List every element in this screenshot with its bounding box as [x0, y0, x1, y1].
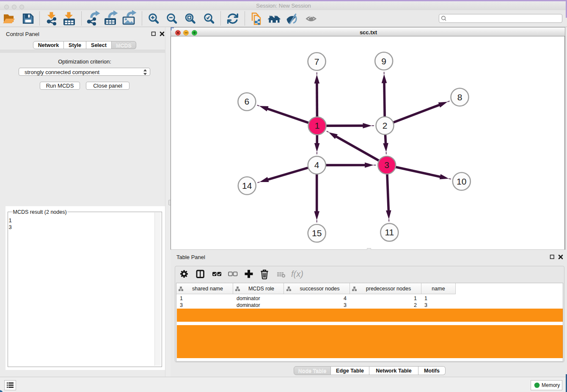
- svg-text:8: 8: [457, 92, 462, 102]
- svg-text:7: 7: [314, 57, 319, 66]
- svg-text:f(x): f(x): [291, 269, 303, 279]
- svg-text:1: 1: [315, 121, 320, 130]
- svg-text:10: 10: [457, 177, 466, 186]
- svg-text:3: 3: [384, 160, 389, 170]
- svg-text:2: 2: [383, 121, 388, 130]
- svg-text:14: 14: [242, 181, 252, 190]
- svg-text:11: 11: [385, 227, 394, 237]
- svg-text:15: 15: [312, 228, 322, 238]
- svg-text:9: 9: [381, 56, 386, 66]
- svg-text:4: 4: [314, 160, 319, 170]
- svg-text:6: 6: [245, 97, 250, 106]
